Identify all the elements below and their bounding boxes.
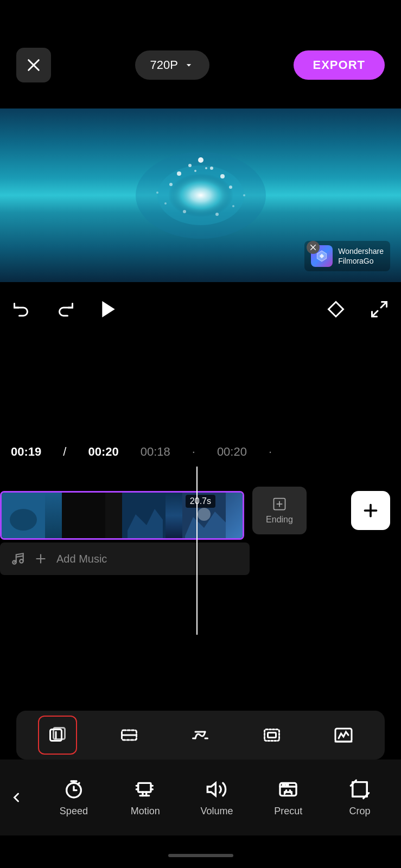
- video-clip[interactable]: 20.7s: [0, 491, 244, 540]
- svg-point-9: [220, 174, 225, 178]
- resolution-label: 720P: [150, 58, 178, 72]
- resolution-button[interactable]: 720P: [135, 50, 209, 80]
- toolbar-row: [16, 711, 385, 760]
- svg-point-18: [194, 170, 196, 172]
- nav-motion-label: Motion: [131, 806, 160, 817]
- undo-button[interactable]: [0, 288, 43, 331]
- svg-point-12: [183, 210, 186, 213]
- svg-point-19: [205, 167, 207, 169]
- top-bar: 720P EXPORT: [0, 0, 401, 108]
- svg-point-7: [198, 157, 203, 163]
- svg-point-16: [164, 202, 167, 205]
- close-button[interactable]: [16, 48, 51, 82]
- add-clip-button[interactable]: [351, 491, 390, 530]
- svg-point-5: [177, 171, 181, 176]
- nav-precut-label: Precut: [274, 806, 302, 817]
- watermark: WondershareFilmoraGo: [304, 241, 390, 271]
- clip-frame-3: [122, 493, 182, 538]
- nav-items: Speed Motion Volume: [33, 778, 401, 817]
- mask-button[interactable]: [252, 716, 291, 755]
- ending-label: Ending: [266, 515, 293, 525]
- nav-back-button[interactable]: [0, 760, 33, 835]
- svg-marker-62: [208, 783, 216, 795]
- clip-frame-2: [62, 493, 122, 538]
- ocean-splash-graphic: [125, 141, 277, 250]
- clip-handle-right[interactable]: [243, 502, 244, 529]
- timestamp-bar: 00:19 / 00:20 00:18 · 00:20 ·: [0, 445, 401, 459]
- nav-crop-label: Crop: [349, 806, 371, 817]
- svg-line-39: [16, 556, 23, 557]
- time-mark-2: 00:20: [217, 445, 247, 459]
- scroll-indicator: [168, 854, 233, 857]
- redo-button[interactable]: [43, 288, 87, 331]
- svg-point-38: [20, 559, 23, 563]
- svg-point-13: [215, 213, 219, 216]
- playhead: [196, 467, 198, 635]
- svg-point-17: [232, 205, 234, 207]
- add-music-track[interactable]: Add Music: [0, 542, 250, 575]
- svg-point-15: [243, 194, 245, 196]
- controls-area: [0, 282, 401, 336]
- svg-point-4: [168, 174, 233, 217]
- bottom-nav: Speed Motion Volume: [0, 760, 401, 835]
- svg-rect-50: [265, 730, 279, 741]
- ending-button[interactable]: Ending: [252, 487, 307, 534]
- svg-marker-23: [329, 302, 343, 317]
- svg-point-14: [156, 192, 158, 194]
- svg-line-25: [372, 311, 378, 317]
- total-time: 00:20: [88, 445, 118, 459]
- svg-line-24: [381, 302, 387, 308]
- timeline-track: 20.7s: [0, 486, 244, 545]
- nav-speed-label: Speed: [60, 806, 88, 817]
- nav-volume-label: Volume: [200, 806, 233, 817]
- nav-item-volume[interactable]: Volume: [189, 778, 244, 817]
- clip-duration: 20.7s: [186, 495, 215, 508]
- svg-point-6: [188, 164, 192, 167]
- svg-rect-28: [62, 493, 105, 538]
- svg-point-65: [287, 784, 288, 786]
- svg-point-27: [10, 509, 37, 531]
- add-music-label: Add Music: [56, 553, 107, 565]
- split-copy-button[interactable]: [38, 716, 77, 755]
- svg-point-11: [229, 186, 232, 189]
- nav-item-precut[interactable]: Precut: [261, 778, 315, 817]
- svg-point-64: [283, 784, 284, 786]
- trim-button[interactable]: [110, 716, 149, 755]
- video-preview: WondershareFilmoraGo: [0, 108, 401, 282]
- fullscreen-button[interactable]: [358, 288, 401, 331]
- watermark-text: WondershareFilmoraGo: [338, 246, 384, 266]
- export-button[interactable]: EXPORT: [294, 50, 385, 80]
- keyframe-button[interactable]: [314, 288, 358, 331]
- svg-point-8: [210, 167, 213, 170]
- svg-rect-51: [268, 733, 276, 738]
- clip-frame-1: [2, 493, 62, 538]
- nav-item-crop[interactable]: Crop: [333, 778, 387, 817]
- export-label: EXPORT: [313, 58, 365, 72]
- svg-marker-22: [102, 301, 114, 317]
- current-time: 00:19: [11, 445, 41, 459]
- svg-rect-67: [353, 782, 367, 796]
- svg-point-10: [169, 183, 173, 186]
- nav-item-motion[interactable]: Motion: [118, 778, 173, 817]
- svg-rect-54: [138, 783, 150, 792]
- speed-ramp-button[interactable]: [181, 716, 220, 755]
- play-button[interactable]: [87, 288, 130, 331]
- effects-button[interactable]: [324, 716, 363, 755]
- svg-point-31: [198, 508, 211, 521]
- nav-item-speed[interactable]: Speed: [47, 778, 101, 817]
- time-mark-1: 00:18: [141, 445, 170, 459]
